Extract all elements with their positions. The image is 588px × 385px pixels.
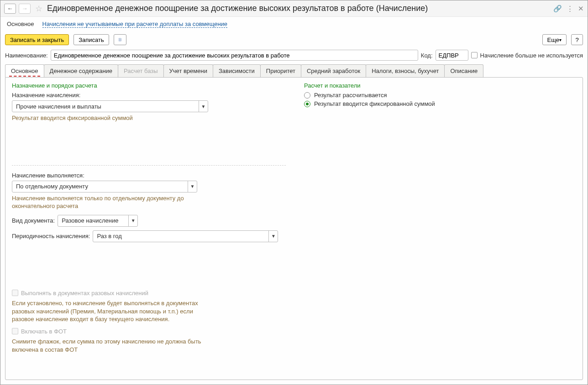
- radio-calculated[interactable]: [304, 92, 310, 99]
- perform-select-value: По отдельному документу: [12, 181, 188, 192]
- not-used-label: Начисление больше не используется: [480, 52, 583, 59]
- titlebar: ← → ☆ Единовременное денежное поощрение …: [0, 0, 588, 17]
- window-title: Единовременное денежное поощрение за дос…: [47, 4, 551, 13]
- left-column: Назначение и порядок расчета Назначение …: [12, 82, 286, 375]
- save-button[interactable]: Записать: [74, 34, 109, 45]
- radio-fixed-label: Результат вводится фиксированной суммой: [314, 100, 435, 107]
- chk1-note: Если установлено, то начисление будет вы…: [12, 299, 204, 323]
- more-button[interactable]: Еще: [542, 34, 567, 45]
- topnav-active[interactable]: Основное: [7, 21, 34, 27]
- chk-perform-in-docs: [12, 290, 18, 296]
- right-column: Расчет и показатели Результат рассчитыва…: [304, 82, 576, 375]
- code-label: Код:: [421, 52, 433, 59]
- doctype-label: Вид документа:: [12, 217, 55, 224]
- chk2-row: Включать в ФОТ: [12, 328, 67, 335]
- kebab-menu-icon[interactable]: ⋮: [567, 5, 573, 13]
- tab-taxes[interactable]: Налоги, взносы, бухучет: [366, 64, 445, 77]
- report-icon-button[interactable]: [114, 34, 126, 45]
- assign-label: Назначение начисления:: [12, 92, 80, 99]
- radio-fixed-row[interactable]: Результат вводится фиксированной суммой: [304, 100, 576, 107]
- favorite-star-icon[interactable]: ☆: [35, 4, 42, 14]
- not-used-checkbox[interactable]: [471, 52, 478, 58]
- chevron-down-icon[interactable]: ▼: [188, 181, 197, 192]
- doctype-select-value: Разовое начисление: [58, 215, 128, 226]
- radio-calc-row[interactable]: Результат рассчитывается: [304, 92, 576, 99]
- tab-money[interactable]: Денежное содержание: [44, 64, 118, 77]
- header-fields: Наименование: Код: Начисление больше не …: [0, 49, 588, 64]
- tabs: Основное Денежное содержание Расчет базы…: [5, 64, 583, 77]
- divider: [12, 165, 286, 166]
- top-nav: Основное Начисления не учитываемые при р…: [0, 17, 588, 32]
- tab-priority[interactable]: Приоритет: [260, 64, 301, 77]
- chevron-down-icon[interactable]: ▼: [268, 231, 278, 242]
- assign-select[interactable]: Прочие начисления и выплаты ▼: [12, 100, 208, 112]
- chk2-label: Включать в ФОТ: [21, 328, 67, 335]
- assign-select-value: Прочие начисления и выплаты: [12, 101, 199, 112]
- tab-time[interactable]: Учет времени: [163, 64, 213, 77]
- tab-main[interactable]: Основное: [5, 64, 44, 77]
- not-used-checkbox-row[interactable]: Начисление больше не используется: [471, 52, 583, 59]
- tab-base[interactable]: Расчет базы: [118, 64, 164, 77]
- chk2-note: Снимите флажок, если сумма по этому начи…: [12, 338, 204, 354]
- section-assign-title: Назначение и порядок расчета: [12, 82, 286, 89]
- section-calc-title: Расчет и показатели: [304, 82, 576, 89]
- radio-fixed[interactable]: [304, 101, 310, 107]
- chk-include-fot: [12, 328, 18, 334]
- assign-note: Результат вводится фиксированной суммой: [12, 114, 204, 122]
- tab-desc[interactable]: Описание: [444, 64, 483, 77]
- tab-avg[interactable]: Средний заработок: [301, 64, 366, 77]
- toolbar: Записать и закрыть Записать Еще ?: [0, 32, 588, 49]
- doctype-select[interactable]: Разовое начисление ▼: [58, 215, 138, 227]
- chk1-row: Выполнять в документах разовых начислени…: [12, 290, 148, 297]
- forward-button[interactable]: →: [19, 4, 31, 14]
- period-label: Периодичность начисления:: [12, 233, 90, 239]
- perform-note: Начисление выполняется только по отдельн…: [12, 194, 204, 210]
- name-input[interactable]: [51, 50, 418, 61]
- close-icon[interactable]: ✕: [578, 5, 584, 13]
- topnav-link[interactable]: Начисления не учитываемые при расчете до…: [42, 21, 228, 28]
- back-button[interactable]: ←: [4, 4, 16, 14]
- app-window: ← → ☆ Единовременное денежное поощрение …: [0, 0, 588, 385]
- save-and-close-button[interactable]: Записать и закрыть: [5, 34, 69, 45]
- period-select-value: Раз в год: [93, 231, 268, 242]
- period-select[interactable]: Раз в год ▼: [93, 230, 278, 242]
- tab-deps[interactable]: Зависимости: [213, 64, 261, 77]
- help-button[interactable]: ?: [571, 34, 583, 45]
- tab-body: Назначение и порядок расчета Назначение …: [5, 77, 583, 380]
- perform-label: Начисление выполняется:: [12, 172, 84, 179]
- chevron-down-icon[interactable]: ▼: [199, 101, 208, 112]
- code-input[interactable]: [436, 50, 468, 61]
- radio-calc-label: Результат рассчитывается: [314, 92, 387, 99]
- perform-select[interactable]: По отдельному документу ▼: [12, 181, 197, 192]
- chk1-label: Выполнять в документах разовых начислени…: [21, 290, 148, 297]
- link-icon[interactable]: 🔗: [553, 5, 562, 13]
- name-label: Наименование:: [5, 52, 48, 59]
- chevron-down-icon[interactable]: ▼: [128, 215, 137, 226]
